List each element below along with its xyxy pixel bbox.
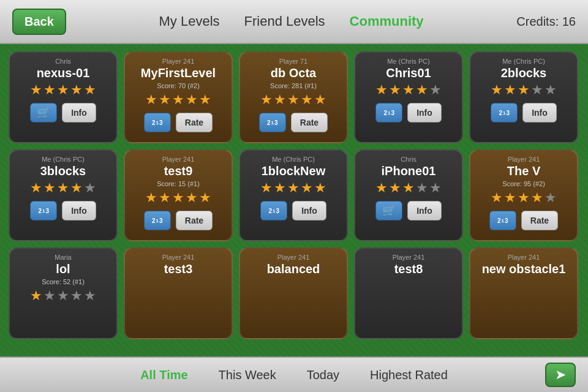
stars: ★ ★ ★ ★ ★	[491, 82, 557, 98]
level-row-1: Chris nexus-01 ★ ★ ★ ★ ★ 🛒 Info Player 2…	[9, 51, 579, 143]
cart-button[interactable]: 🛒	[375, 201, 402, 221]
info-button[interactable]: Info	[407, 201, 442, 221]
star-2: ★	[389, 180, 401, 196]
filter-highest-rated[interactable]: Highest Rated	[370, 368, 448, 382]
star-1: ★	[491, 190, 503, 206]
card-buttons: 🛒 Info	[375, 201, 442, 221]
card-title: 2blocks	[501, 66, 546, 80]
star-1: ★	[30, 82, 42, 98]
cart-button[interactable]: 🛒	[30, 103, 57, 123]
card-title: test8	[394, 262, 423, 276]
stars: ★ ★ ★ ★ ★	[375, 82, 442, 98]
card-1blocknew: Me (Chris PC) 1blockNew ★ ★ ★ ★ ★ 213 In…	[239, 149, 348, 241]
info-button[interactable]: Info	[407, 103, 442, 123]
rate-button[interactable]: Rate	[291, 113, 328, 132]
info-button[interactable]: Info	[62, 201, 96, 221]
card-3blocks: Me (Chris PC) 3blocks ★ ★ ★ ★ ★ 213 Info	[9, 149, 118, 241]
card-author: Me (Chris PC)	[387, 58, 430, 65]
back-button[interactable]: Back	[12, 9, 66, 35]
card-score: Score: 95 (#2)	[502, 180, 545, 187]
score-icon-button[interactable]: 213	[259, 113, 286, 132]
rate-button[interactable]: Rate	[521, 211, 558, 230]
card-balanced: Player 241 balanced	[239, 247, 348, 339]
star-2: ★	[43, 288, 56, 304]
star-5: ★	[199, 92, 211, 108]
card-db-octa: Player 71 db Octa Score: 281 (#1) ★ ★ ★ …	[239, 51, 348, 143]
star-1: ★	[145, 92, 157, 108]
score-icon-button[interactable]: 213	[375, 103, 402, 123]
nav-bar: Back My Levels Friend Levels Community C…	[0, 0, 588, 44]
nav-friend-levels[interactable]: Friend Levels	[244, 13, 325, 29]
star-2: ★	[43, 180, 56, 196]
card-buttons: 213 Rate	[489, 211, 558, 230]
card-score: Score: 52 (#1)	[42, 278, 85, 285]
star-3: ★	[57, 82, 69, 98]
card-score: Score: 281 (#1)	[270, 82, 317, 89]
star-4: ★	[70, 288, 83, 304]
star-4: ★	[186, 92, 198, 108]
card-title: MyFirstLevel	[141, 66, 216, 80]
star-4: ★	[531, 82, 543, 98]
score-icon-button[interactable]: 213	[489, 211, 516, 230]
star-3: ★	[172, 190, 184, 206]
card-title: 1blockNew	[262, 164, 325, 178]
filter-today[interactable]: Today	[307, 368, 339, 382]
card-buttons: 213 Rate	[144, 113, 213, 132]
stars: ★ ★ ★ ★ ★	[30, 288, 96, 304]
card-buttons: 🛒 Info	[30, 103, 96, 123]
stars: ★ ★ ★ ★ ★	[30, 180, 96, 196]
next-button[interactable]: ➤	[545, 363, 576, 387]
star-4: ★	[416, 82, 428, 98]
nav-community[interactable]: Community	[350, 13, 424, 29]
card-lol: Maria lol Score: 52 (#1) ★ ★ ★ ★ ★	[9, 247, 118, 339]
rate-button[interactable]: Rate	[176, 211, 213, 230]
star-3: ★	[518, 190, 530, 206]
info-button[interactable]: Info	[522, 103, 557, 123]
star-5: ★	[545, 190, 557, 206]
star-1: ★	[260, 92, 273, 108]
star-1: ★	[260, 180, 273, 196]
card-buttons: 213 Info	[375, 103, 442, 123]
card-score: Score: 15 (#1)	[157, 180, 200, 187]
nav-my-levels[interactable]: My Levels	[159, 13, 219, 29]
card-title: test3	[164, 262, 193, 276]
card-author: Player 241	[508, 254, 540, 261]
star-2: ★	[159, 190, 171, 206]
rate-button[interactable]: Rate	[176, 113, 213, 132]
card-author: Me (Chris PC)	[42, 156, 85, 163]
score-icon-button[interactable]: 213	[144, 113, 171, 132]
star-5: ★	[84, 82, 96, 98]
star-3: ★	[172, 92, 184, 108]
star-4: ★	[416, 180, 428, 196]
card-title: balanced	[267, 262, 320, 276]
card-author: Player 241	[162, 254, 195, 261]
filter-all-time[interactable]: All Time	[140, 368, 187, 382]
card-title: new obstacle1	[482, 262, 566, 276]
card-author: Maria	[55, 254, 72, 261]
info-button[interactable]: Info	[62, 103, 96, 123]
star-4: ★	[70, 82, 83, 98]
filter-this-week[interactable]: This Week	[219, 368, 276, 382]
score-icon-button[interactable]: 213	[144, 211, 171, 230]
card-author: Me (Chris PC)	[502, 58, 545, 65]
score-icon-button[interactable]: 213	[30, 201, 57, 221]
card-test8: Player 241 test8	[354, 247, 463, 339]
level-row-2: Me (Chris PC) 3blocks ★ ★ ★ ★ ★ 213 Info…	[9, 149, 579, 241]
score-icon-button[interactable]: 213	[260, 201, 287, 221]
card-title: lol	[56, 262, 70, 276]
star-3: ★	[287, 180, 300, 196]
star-5: ★	[429, 180, 442, 196]
stars: ★ ★ ★ ★ ★	[145, 92, 211, 108]
card-author: Player 241	[277, 254, 310, 261]
stars: ★ ★ ★ ★ ★	[145, 190, 211, 206]
card-buttons: 213 Info	[30, 201, 96, 221]
star-1: ★	[30, 180, 42, 196]
card-iphone01: Chris iPhone01 ★ ★ ★ ★ ★ 🛒 Info	[354, 149, 463, 241]
nav-items: My Levels Friend Levels Community	[85, 13, 498, 29]
star-4: ★	[301, 92, 313, 108]
score-icon-button[interactable]: 213	[491, 103, 518, 123]
main-content: Chris nexus-01 ★ ★ ★ ★ ★ 🛒 Info Player 2…	[0, 44, 588, 339]
card-buttons: 213 Rate	[259, 113, 328, 132]
info-button[interactable]: Info	[292, 201, 326, 221]
card-the-v: Player 241 The V Score: 95 (#2) ★ ★ ★ ★ …	[469, 149, 578, 241]
